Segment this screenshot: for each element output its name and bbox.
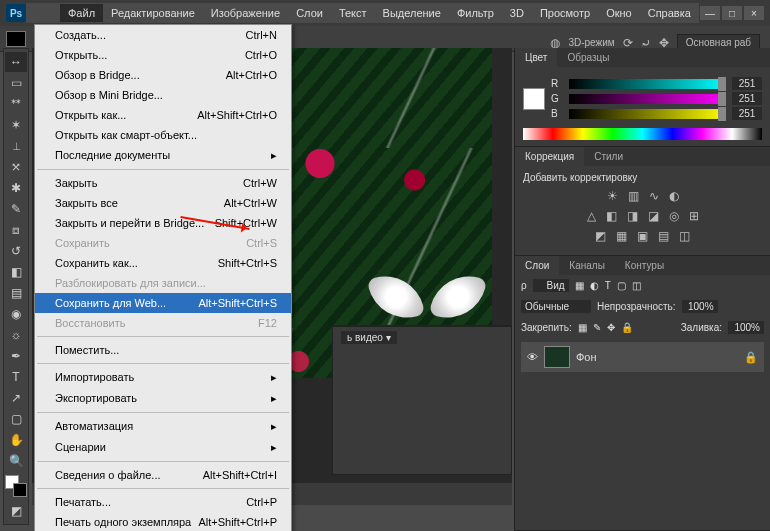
menuitem-сценарии[interactable]: Сценарии xyxy=(35,437,291,458)
tab-paths[interactable]: Контуры xyxy=(615,256,674,275)
layer-row[interactable]: 👁 Фон 🔒 xyxy=(521,342,764,372)
menu-3d[interactable]: 3D xyxy=(502,4,532,22)
filter-smart-icon[interactable]: ◫ xyxy=(632,280,641,291)
balance-icon[interactable]: ◨ xyxy=(627,209,638,223)
window-minimize-button[interactable]: — xyxy=(700,6,720,20)
layer-name[interactable]: Фон xyxy=(576,351,597,363)
menuitem-закрыть-и-перейти-в-bridge-[interactable]: Закрыть и перейти в Bridge...Shift+Ctrl+… xyxy=(35,213,291,233)
exposure-icon[interactable]: ◐ xyxy=(669,189,679,203)
tab-swatches[interactable]: Образцы xyxy=(557,48,619,67)
selective-color-icon[interactable]: ◫ xyxy=(679,229,690,243)
heal-tool[interactable]: ✱ xyxy=(5,178,27,198)
lock-position-icon[interactable]: ✎ xyxy=(593,322,601,333)
eraser-tool[interactable]: ◧ xyxy=(5,262,27,282)
menu-просмотр[interactable]: Просмотр xyxy=(532,4,598,22)
lock-move-icon[interactable]: ✥ xyxy=(607,322,615,333)
menuitem-сохранить-для-web-[interactable]: Сохранить для Web...Alt+Shift+Ctrl+S xyxy=(35,293,291,313)
menuitem-закрыть[interactable]: ЗакрытьCtrl+W xyxy=(35,173,291,193)
wand-tool[interactable]: ✶ xyxy=(5,115,27,135)
path-tool[interactable]: ↗ xyxy=(5,388,27,408)
gradient-map-icon[interactable]: ▤ xyxy=(658,229,669,243)
filter-shape-icon[interactable]: ▢ xyxy=(617,280,626,291)
invert-icon[interactable]: ◩ xyxy=(595,229,606,243)
quickmask-toggle[interactable]: ◩ xyxy=(5,501,27,521)
shape-tool[interactable]: ▢ xyxy=(5,409,27,429)
hand-tool[interactable]: ✋ xyxy=(5,430,27,450)
brush-tool[interactable]: ✎ xyxy=(5,199,27,219)
tab-styles[interactable]: Стили xyxy=(584,147,633,166)
menuitem-открыть-как-смарт-объект-[interactable]: Открыть как смарт-объект... xyxy=(35,125,291,145)
menuitem-поместить-[interactable]: Поместить... xyxy=(35,340,291,360)
menuitem-печатать-[interactable]: Печатать...Ctrl+P xyxy=(35,492,291,512)
fill-value[interactable]: 100% xyxy=(728,321,764,334)
crop-tool[interactable]: ⟂ xyxy=(5,136,27,156)
layer-filter[interactable]: Вид xyxy=(533,279,569,292)
color-preview[interactable] xyxy=(523,88,545,110)
lasso-tool[interactable]: ᕯ xyxy=(5,94,27,114)
layer-thumbnail[interactable] xyxy=(544,346,570,368)
move-tool[interactable]: ↔ xyxy=(5,52,27,72)
timeline-panel[interactable]: ь видео ▾ xyxy=(332,325,512,475)
green-value[interactable]: 251 xyxy=(732,92,762,105)
menu-редактирование[interactable]: Редактирование xyxy=(103,4,203,22)
menuitem-открыть-как-[interactable]: Открыть как...Alt+Shift+Ctrl+O xyxy=(35,105,291,125)
channel-mixer-icon[interactable]: ⊞ xyxy=(689,209,699,223)
photo-filter-icon[interactable]: ◎ xyxy=(669,209,679,223)
stamp-tool[interactable]: ⧈ xyxy=(5,220,27,240)
menu-фильтр[interactable]: Фильтр xyxy=(449,4,502,22)
bw-icon[interactable]: ◪ xyxy=(648,209,659,223)
menuitem-обзор-в-mini-bridge-[interactable]: Обзор в Mini Bridge... xyxy=(35,85,291,105)
menuitem-автоматизация[interactable]: Автоматизация xyxy=(35,416,291,437)
menu-окно[interactable]: Окно xyxy=(598,4,640,22)
tab-layers[interactable]: Слои xyxy=(515,256,559,275)
dodge-tool[interactable]: ☼ xyxy=(5,325,27,345)
lock-all-icon[interactable]: 🔒 xyxy=(621,322,633,333)
color-swatches[interactable] xyxy=(5,475,27,497)
blue-value[interactable]: 251 xyxy=(732,107,762,120)
menu-текст[interactable]: Текст xyxy=(331,4,375,22)
history-brush-tool[interactable]: ↺ xyxy=(5,241,27,261)
blur-tool[interactable]: ◉ xyxy=(5,304,27,324)
menu-слои[interactable]: Слои xyxy=(288,4,331,22)
menu-справка[interactable]: Справка xyxy=(640,4,699,22)
window-close-button[interactable]: × xyxy=(744,6,764,20)
green-slider[interactable] xyxy=(569,94,726,104)
menuitem-экспортировать[interactable]: Экспортировать xyxy=(35,388,291,409)
tab-color[interactable]: Цвет xyxy=(515,48,557,67)
window-maximize-button[interactable]: □ xyxy=(722,6,742,20)
levels-icon[interactable]: ▥ xyxy=(628,189,639,203)
blend-mode[interactable]: Обычные xyxy=(521,300,591,313)
eyedropper-tool[interactable]: ⤧ xyxy=(5,157,27,177)
menuitem-печать-одного-экземпляра[interactable]: Печать одного экземпляраAlt+Shift+Ctrl+P xyxy=(35,512,291,531)
menuitem-открыть-[interactable]: Открыть...Ctrl+O xyxy=(35,45,291,65)
menuitem-обзор-в-bridge-[interactable]: Обзор в Bridge...Alt+Ctrl+O xyxy=(35,65,291,85)
menuitem-сведения-о-файле-[interactable]: Сведения о файле...Alt+Shift+Ctrl+I xyxy=(35,465,291,485)
menuitem-сохранить-как-[interactable]: Сохранить как...Shift+Ctrl+S xyxy=(35,253,291,273)
menuitem-импортировать[interactable]: Импортировать xyxy=(35,367,291,388)
menuitem-последние-документы[interactable]: Последние документы xyxy=(35,145,291,166)
blue-slider[interactable] xyxy=(569,109,726,119)
vibrance-icon[interactable]: △ xyxy=(587,209,596,223)
filter-image-icon[interactable]: ▦ xyxy=(575,280,584,291)
menu-файл[interactable]: Файл xyxy=(60,4,103,22)
tab-channels[interactable]: Каналы xyxy=(559,256,615,275)
curves-icon[interactable]: ∿ xyxy=(649,189,659,203)
brightness-icon[interactable]: ☀ xyxy=(607,189,618,203)
red-value[interactable]: 251 xyxy=(732,77,762,90)
menuitem-закрыть-все[interactable]: Закрыть всеAlt+Ctrl+W xyxy=(35,193,291,213)
tab-adjustments[interactable]: Коррекция xyxy=(515,147,584,166)
type-tool[interactable]: T xyxy=(5,367,27,387)
gradient-tool[interactable]: ▤ xyxy=(5,283,27,303)
menu-выделение[interactable]: Выделение xyxy=(375,4,449,22)
zoom-tool[interactable]: 🔍 xyxy=(5,451,27,471)
posterize-icon[interactable]: ▦ xyxy=(616,229,627,243)
lock-pixels-icon[interactable]: ▦ xyxy=(578,322,587,333)
opacity-value[interactable]: 100% xyxy=(682,300,718,313)
threshold-icon[interactable]: ▣ xyxy=(637,229,648,243)
visibility-icon[interactable]: 👁 xyxy=(527,351,538,363)
foreground-swatch[interactable] xyxy=(6,31,26,47)
marquee-tool[interactable]: ▭ xyxy=(5,73,27,93)
filter-adjust-icon[interactable]: ◐ xyxy=(590,280,599,291)
filter-type-icon[interactable]: T xyxy=(605,280,611,291)
red-slider[interactable] xyxy=(569,79,726,89)
